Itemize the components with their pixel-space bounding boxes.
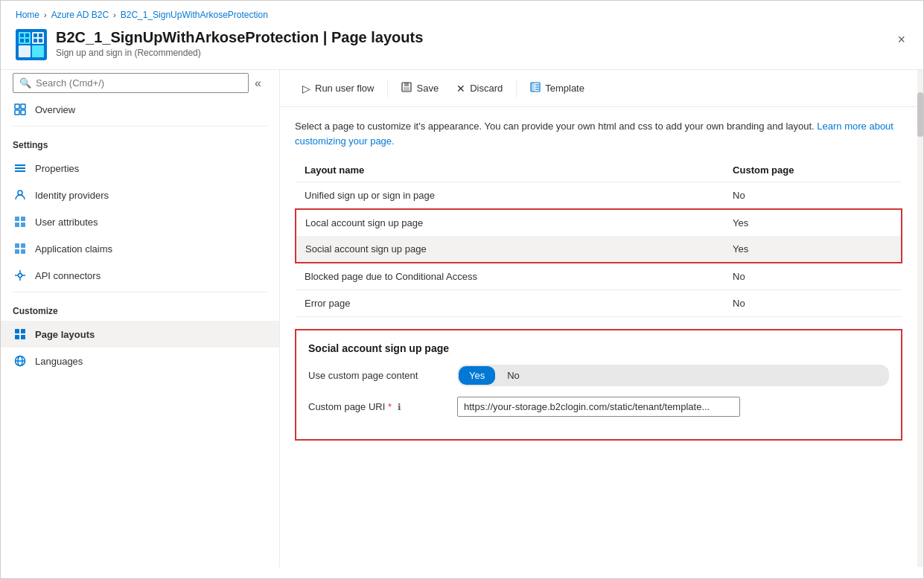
- application-claims-icon: [13, 241, 28, 256]
- sidebar-item-identity-providers-label: Identity providers: [35, 190, 109, 201]
- customize-section-label: Customize: [1, 295, 279, 321]
- svg-rect-14: [21, 104, 25, 109]
- svg-point-20: [18, 191, 22, 195]
- svg-rect-6: [25, 33, 29, 37]
- svg-rect-26: [21, 243, 25, 248]
- template-button[interactable]: Template: [523, 77, 592, 99]
- svg-rect-28: [21, 249, 25, 254]
- col-layout-name: Layout name: [296, 159, 724, 182]
- svg-rect-12: [39, 39, 42, 42]
- svg-rect-8: [25, 39, 29, 42]
- scrollbar-thumb[interactable]: [917, 92, 923, 137]
- sidebar-item-api-connectors[interactable]: API connectors: [1, 262, 279, 289]
- detail-title: Social account sign up page: [308, 342, 889, 354]
- sidebar-item-application-claims-label: Application claims: [35, 243, 112, 255]
- settings-section-label: Settings: [1, 129, 279, 155]
- run-icon: ▷: [302, 83, 310, 95]
- required-indicator: *: [388, 401, 392, 412]
- breadcrumb-resource[interactable]: B2C_1_SignUpWithArkoseProtection: [121, 10, 268, 20]
- svg-rect-42: [404, 83, 409, 86]
- run-user-flow-button[interactable]: ▷ Run user flow: [295, 78, 381, 99]
- uri-row: Custom page URI * ℹ: [308, 397, 889, 417]
- search-box[interactable]: 🔍: [13, 73, 249, 93]
- sidebar-item-page-layouts-label: Page layouts: [35, 329, 95, 340]
- svg-rect-17: [15, 164, 25, 166]
- svg-rect-23: [15, 223, 19, 227]
- svg-rect-25: [15, 243, 19, 248]
- svg-rect-43: [404, 87, 410, 91]
- breadcrumb-azure[interactable]: Azure AD B2C: [51, 10, 109, 20]
- sidebar-divider-customize: [13, 292, 267, 292]
- svg-rect-4: [32, 45, 44, 57]
- breadcrumb-sep2: ›: [113, 10, 116, 19]
- user-attributes-icon: [13, 214, 28, 229]
- detail-section: Social account sign up page Use custom p…: [295, 329, 902, 441]
- collapse-button[interactable]: «: [249, 74, 267, 93]
- table-row[interactable]: Unified sign up or sign in pageNo: [296, 182, 902, 210]
- custom-page-cell: Yes: [724, 236, 902, 263]
- svg-rect-18: [15, 167, 25, 169]
- save-button[interactable]: Save: [394, 77, 446, 99]
- toggle-yes[interactable]: Yes: [459, 366, 495, 385]
- sidebar-item-properties[interactable]: Properties: [1, 155, 279, 182]
- scrollbar[interactable]: [917, 70, 923, 567]
- page-wrapper: Home › Azure AD B2C › B2C_1_SignUpWithAr…: [0, 0, 924, 579]
- close-button[interactable]: ×: [894, 29, 908, 51]
- svg-rect-11: [34, 39, 37, 42]
- svg-rect-36: [15, 335, 19, 339]
- svg-rect-16: [21, 110, 25, 115]
- svg-rect-13: [15, 104, 19, 109]
- sidebar-item-languages[interactable]: Languages: [1, 348, 279, 374]
- svg-rect-27: [15, 249, 19, 254]
- use-custom-row: Use custom page content Yes No: [308, 365, 889, 386]
- use-custom-label: Use custom page content: [308, 370, 457, 381]
- svg-rect-21: [15, 217, 19, 221]
- sidebar-item-overview-label: Overview: [35, 104, 75, 115]
- search-icon: 🔍: [19, 77, 31, 89]
- toggle-no[interactable]: No: [497, 366, 530, 385]
- layout-name-cell: Error page: [296, 290, 724, 317]
- svg-rect-9: [34, 33, 37, 37]
- app-icon: [16, 29, 47, 60]
- table-row[interactable]: Error pageNo: [296, 290, 902, 317]
- content-area: Select a page to customize it's appearan…: [280, 107, 917, 329]
- svg-rect-34: [15, 329, 19, 333]
- use-custom-toggle: Yes No: [457, 365, 889, 386]
- content-panel: ▷ Run user flow Save ✕ Discard: [280, 70, 917, 567]
- svg-rect-3: [19, 45, 31, 57]
- sidebar-item-user-attributes[interactable]: User attributes: [1, 208, 279, 235]
- toolbar-separator-1: [387, 80, 388, 97]
- sidebar-item-application-claims[interactable]: Application claims: [1, 235, 279, 262]
- sidebar-item-page-layouts[interactable]: Page layouts: [1, 321, 279, 348]
- svg-rect-15: [15, 110, 19, 115]
- sidebar-search-row: 🔍 «: [1, 70, 279, 96]
- discard-button[interactable]: ✕ Discard: [449, 78, 510, 99]
- page-layouts-icon: [13, 327, 28, 342]
- breadcrumb-home[interactable]: Home: [16, 10, 39, 20]
- svg-rect-7: [20, 39, 24, 42]
- uri-input[interactable]: [457, 397, 740, 417]
- sidebar-item-languages-label: Languages: [35, 356, 83, 367]
- svg-rect-19: [15, 170, 25, 172]
- table-row[interactable]: Blocked page due to Conditional AccessNo: [296, 263, 902, 290]
- layout-name-cell: Social account sign up page: [296, 236, 724, 263]
- main-layout: 🔍 « Overview Settings Properties: [1, 70, 923, 567]
- layout-name-cell: Unified sign up or sign in page: [296, 182, 724, 210]
- breadcrumb: Home › Azure AD B2C › B2C_1_SignUpWithAr…: [1, 1, 923, 26]
- sidebar-item-user-attributes-label: User attributes: [35, 217, 98, 228]
- table-row[interactable]: Social account sign up pageYes: [296, 236, 902, 263]
- layout-table: Layout name Custom page Unified sign up …: [295, 159, 902, 317]
- discard-icon: ✕: [456, 83, 465, 95]
- identity-providers-icon: [13, 188, 28, 202]
- custom-page-cell: No: [724, 263, 902, 290]
- sidebar-item-identity-providers[interactable]: Identity providers: [1, 182, 279, 208]
- properties-icon: [13, 161, 28, 176]
- sidebar: 🔍 « Overview Settings Properties: [1, 70, 280, 567]
- sidebar-item-overview[interactable]: Overview: [1, 96, 279, 123]
- search-input[interactable]: [36, 77, 242, 89]
- svg-rect-22: [21, 217, 25, 221]
- svg-rect-35: [21, 329, 25, 333]
- save-icon: [401, 82, 412, 95]
- svg-point-29: [19, 274, 22, 278]
- table-row[interactable]: Local account sign up pageYes: [296, 209, 902, 236]
